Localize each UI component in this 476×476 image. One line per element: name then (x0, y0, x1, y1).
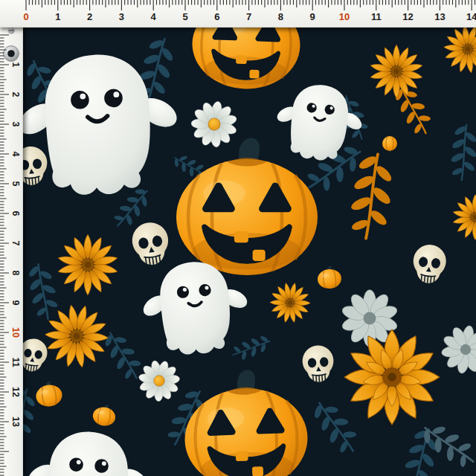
top-ruler-number-9: 9 (310, 11, 315, 22)
top-ruler-number-2: 2 (87, 11, 92, 22)
top-ruler-number-14: 14 (466, 11, 476, 22)
top-ruler-scale: 01234567891011121314 (0, 0, 476, 27)
left-ruler-number-8: 8 (10, 271, 21, 276)
top-ruler-number-5: 5 (182, 11, 187, 22)
top-ruler-number-1: 1 (55, 11, 60, 22)
top-ruler: 01234567891011121314 (0, 0, 476, 28)
top-ruler-number-13: 13 (434, 11, 445, 22)
top-ruler-number-3: 3 (119, 11, 124, 22)
left-ruler-number-6: 6 (10, 211, 21, 216)
grommet (4, 46, 19, 62)
left-ruler-number-4: 4 (10, 152, 21, 157)
left-ruler-number-10: 10 (10, 327, 21, 338)
top-ruler-number-7: 7 (246, 11, 251, 22)
left-ruler-number-12: 12 (10, 387, 21, 397)
left-ruler-number-11: 11 (10, 357, 21, 367)
top-ruler-ticks (26, 0, 475, 10)
screw-slot (8, 30, 13, 31)
top-ruler-number-6: 6 (214, 11, 219, 22)
left-ruler: 12345678910111213 (0, 0, 23, 476)
screw (7, 27, 14, 33)
top-ruler-number-12: 12 (402, 11, 413, 22)
left-ruler-scale: 12345678910111213 (0, 0, 22, 476)
top-ruler-number-0: 0 (23, 11, 28, 22)
top-ruler-number-10: 10 (339, 11, 350, 22)
left-ruler-number-13: 13 (10, 416, 21, 427)
grommet-hole (7, 50, 15, 57)
left-ruler-number-2: 2 (10, 92, 21, 97)
left-ruler-ticks (0, 35, 9, 475)
left-ruler-number-7: 7 (10, 241, 21, 246)
top-ruler-number-8: 8 (278, 11, 283, 22)
fabric-pattern (0, 0, 476, 476)
left-ruler-number-9: 9 (10, 300, 21, 306)
top-ruler-number-11: 11 (371, 11, 382, 22)
top-ruler-number-4: 4 (151, 11, 157, 22)
fabric-swatch-photo: 12345678910111213 01234567891011121314 (0, 0, 476, 476)
left-ruler-number-3: 3 (10, 122, 21, 127)
left-ruler-number-1: 1 (10, 62, 21, 68)
left-ruler-number-5: 5 (10, 181, 21, 187)
